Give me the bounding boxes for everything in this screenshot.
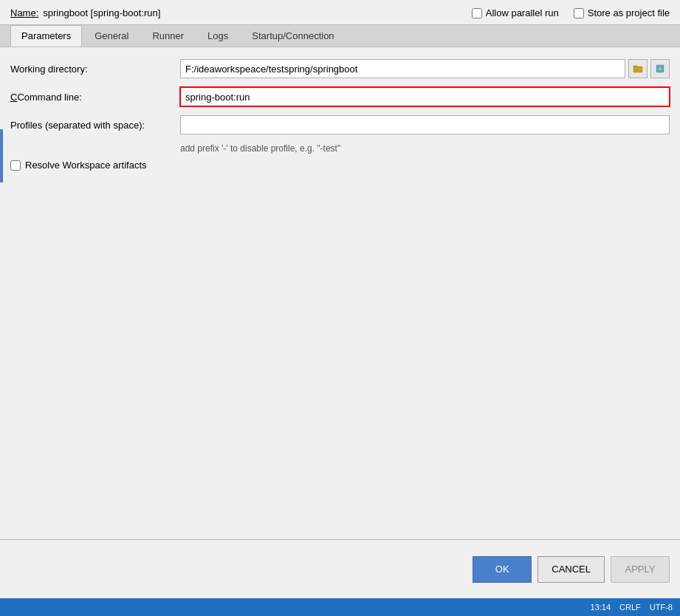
command-line-wrapper xyxy=(180,87,670,106)
store-as-project-checkbox-item[interactable]: Store as project file xyxy=(574,7,670,18)
cancel-button[interactable]: CANCEL xyxy=(538,556,605,583)
tab-general[interactable]: General xyxy=(83,25,140,47)
working-dir-browse-folder-btn[interactable] xyxy=(628,59,648,78)
ok-button[interactable]: OK xyxy=(473,556,532,583)
working-directory-row: Working directory: F:/ideaworkspeace/tes… xyxy=(10,59,670,78)
footer: OK CANCEL APPLY xyxy=(0,539,680,598)
command-line-row: CCommand line: xyxy=(10,87,670,106)
name-section: Name: springboot [spring-boot:run] xyxy=(10,7,160,18)
line-ending: CRLF xyxy=(619,603,641,612)
store-as-project-label: Store as project file xyxy=(588,7,670,18)
tab-startup-connection[interactable]: Startup/Connection xyxy=(241,25,345,47)
working-directory-value: F:/ideaworkspeace/testspring/springboot xyxy=(180,59,625,78)
working-dir-macro-btn[interactable]: + xyxy=(650,59,670,78)
tabs-bar: Parameters General Runner Logs Startup/C… xyxy=(0,24,680,47)
allow-parallel-label: Allow parallel run xyxy=(486,7,559,18)
header-checkboxes: Allow parallel run Store as project file xyxy=(472,7,670,18)
profiles-row: Profiles (separated with space): xyxy=(10,115,670,134)
tab-parameters[interactable]: Parameters xyxy=(10,25,82,47)
macro-icon: + xyxy=(655,64,665,74)
allow-parallel-checkbox-item[interactable]: Allow parallel run xyxy=(472,7,559,18)
profiles-hint: add prefix '-' to disable profile, e.g. … xyxy=(180,143,670,154)
svg-text:+: + xyxy=(659,66,662,72)
resolve-workspace-row[interactable]: Resolve Workspace artifacts xyxy=(10,160,670,171)
svg-rect-1 xyxy=(633,66,637,67)
statusbar: 13:14 CRLF UTF-8 xyxy=(0,598,680,616)
accent-bar xyxy=(0,129,3,182)
profiles-input[interactable] xyxy=(180,115,670,134)
encoding: UTF-8 xyxy=(650,603,673,612)
name-value: springboot [spring-boot:run] xyxy=(43,7,160,18)
tab-logs[interactable]: Logs xyxy=(196,25,239,47)
apply-button[interactable]: APPLY xyxy=(611,556,670,583)
command-line-label: CCommand line: xyxy=(10,92,180,103)
profiles-label: Profiles (separated with space): xyxy=(10,120,180,131)
content-area: Working directory: F:/ideaworkspeace/tes… xyxy=(0,47,680,539)
store-as-project-checkbox[interactable] xyxy=(574,8,584,18)
tab-runner[interactable]: Runner xyxy=(141,25,195,47)
cursor-position: 13:14 xyxy=(591,603,611,612)
working-directory-label: Working directory: xyxy=(10,64,180,75)
resolve-workspace-checkbox[interactable] xyxy=(10,160,21,171)
working-directory-field: F:/ideaworkspeace/testspring/springboot … xyxy=(180,59,670,78)
command-line-input[interactable] xyxy=(180,87,670,106)
name-label: Name: xyxy=(10,7,38,18)
resolve-workspace-label: Resolve Workspace artifacts xyxy=(25,160,147,171)
allow-parallel-checkbox[interactable] xyxy=(472,8,482,18)
header-row: Name: springboot [spring-boot:run] Allow… xyxy=(0,7,680,24)
folder-open-icon xyxy=(633,64,643,74)
